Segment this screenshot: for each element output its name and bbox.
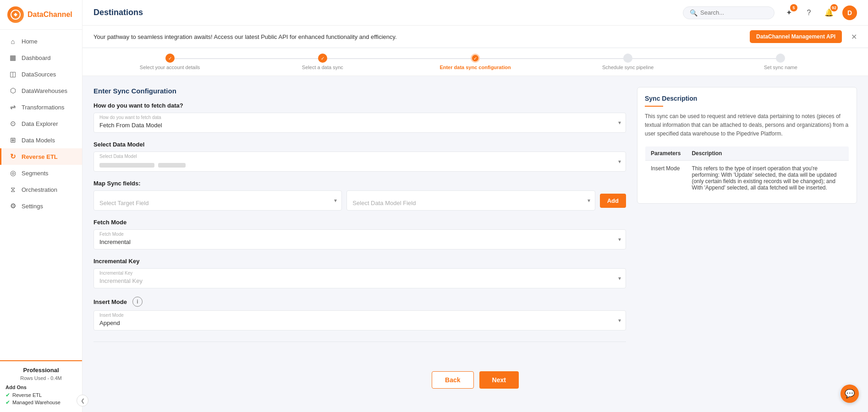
steps-bar: ✓ Select your account details✓ Select a … — [82, 48, 868, 76]
section-divider — [93, 342, 626, 342]
dashboard-icon: ▦ — [9, 54, 17, 62]
chevron-down-icon: ▾ — [618, 317, 621, 324]
fetch-data-sublabel: How do you want to fetch data — [99, 115, 161, 120]
step-3: ✓ Enter data sync configuration — [399, 54, 551, 70]
chevron-down-icon: ▾ — [618, 158, 621, 165]
form-left: Enter Sync Configuration How do you want… — [93, 87, 626, 353]
target-field-select[interactable]: Select Target Field ▾ — [93, 190, 342, 211]
api-banner: Your pathway to seamless integration awa… — [82, 26, 868, 48]
fetch-mode-select[interactable]: Fetch Mode Incremental ▾ — [93, 229, 626, 249]
sync-desc-line — [645, 106, 663, 107]
sidebar-item-data_models[interactable]: ⊞ Data Models — [0, 132, 82, 148]
page-title: Destinations — [93, 8, 676, 17]
insert-mode-select[interactable]: Insert Mode Append ▾ — [93, 310, 626, 331]
insert-mode-field: Insert Mode i Insert Mode Append ▾ — [93, 297, 626, 331]
incremental-key-sublabel: Incremental Key — [99, 271, 132, 276]
info-icon[interactable]: i — [132, 297, 143, 307]
close-icon[interactable]: ✕ — [851, 33, 857, 41]
source-field-select[interactable]: Select Data Model Field ▾ — [346, 190, 595, 211]
sidebar: DataChannel ⌂ Home▦ Dashboard◫ DataSourc… — [0, 0, 82, 412]
step-5: Set sync name — [704, 54, 857, 70]
topbar: Destinations 🔍 ✦ 5 ? 🔔 92 D — [82, 0, 868, 26]
addon-reverse-etl: ✔ Reverse ETL — [5, 392, 77, 398]
diamond-icon-button[interactable]: ✦ 5 — [782, 6, 796, 20]
fetch-mode-value: Incremental — [94, 230, 626, 249]
data_explorer-icon: ⊙ — [9, 119, 17, 128]
insert-mode-sublabel: Insert Mode — [99, 313, 124, 318]
addon-managed-warehouse: ✔ Managed Warehouse — [5, 399, 77, 406]
step-dot — [776, 54, 785, 63]
sidebar-item-label: Reverse ETL — [22, 153, 58, 160]
main-content: Destinations 🔍 ✦ 5 ? 🔔 92 D Your pathway… — [82, 0, 868, 412]
addon-label: Reverse ETL — [12, 392, 42, 398]
sidebar-item-datasources[interactable]: ◫ DataSources — [0, 66, 82, 82]
params-table: Parameters Description Insert Mode This … — [645, 146, 849, 196]
sidebar-item-segments[interactable]: ◎ Segments — [0, 165, 82, 181]
sidebar-item-label: Settings — [22, 203, 43, 210]
plan-title: Professional — [5, 367, 77, 374]
help-icon-button[interactable]: ? — [802, 6, 816, 20]
check-icon: ✔ — [5, 399, 10, 406]
datasources-icon: ◫ — [9, 70, 17, 78]
chevron-down-icon: ▾ — [334, 197, 337, 204]
step-dot: ✓ — [165, 54, 175, 63]
incremental-key-select[interactable]: Incremental Key Incremental Key ▾ — [93, 268, 626, 288]
target-field-value: Select Target Field — [94, 191, 341, 210]
search-icon: 🔍 — [690, 9, 698, 16]
sidebar-item-dashboard[interactable]: ▦ Dashboard — [0, 49, 82, 66]
incremental-key-value: Incremental Key — [94, 269, 626, 288]
data-model-select[interactable]: Select Data Model ▾ — [93, 152, 626, 172]
search-box[interactable]: 🔍 — [683, 6, 775, 19]
fetch-data-field: How do you want to fetch data? How do yo… — [93, 102, 626, 133]
sidebar-item-datawarehouses[interactable]: ⬡ DataWarehouses — [0, 82, 82, 99]
diamond-badge: 5 — [790, 4, 797, 11]
data-model-field: Select Data Model Select Data Model ▾ — [93, 141, 626, 172]
sidebar-item-transformations[interactable]: ⇌ Transformations — [0, 99, 82, 115]
sidebar-item-orchestration[interactable]: ⧖ Orchestration — [0, 181, 82, 198]
bell-badge: 92 — [830, 4, 838, 11]
orchestration-icon: ⧖ — [9, 185, 17, 194]
table-row: Insert Mode This refers to the type of i… — [645, 160, 849, 195]
sync-description-panel: Sync Description This sync can be used t… — [637, 87, 857, 353]
sidebar-item-data_explorer[interactable]: ⊙ Data Explorer — [0, 115, 82, 132]
fetch-mode-sublabel: Fetch Mode — [99, 232, 124, 237]
param-description: This refers to the type of insert operat… — [686, 160, 849, 195]
banner-text: Your pathway to seamless integration awa… — [93, 33, 397, 40]
api-button[interactable]: DataChannel Management API — [750, 30, 842, 43]
next-button[interactable]: Next — [479, 371, 519, 389]
data_models-icon: ⊞ — [9, 136, 17, 144]
sidebar-item-label: Home — [22, 38, 38, 45]
sidebar-item-reverse_etl[interactable]: ↻ Reverse ETL — [0, 148, 82, 165]
collapse-sidebar-button[interactable]: ❮ — [77, 395, 88, 407]
sidebar-item-home[interactable]: ⌂ Home — [0, 33, 82, 49]
bottom-actions: Back Next — [82, 364, 868, 396]
map-sync-row: Select Target Field ▾ Select Data Model … — [93, 190, 626, 211]
chevron-down-icon: ▾ — [588, 197, 590, 204]
add-field-button[interactable]: Add — [600, 194, 626, 208]
topbar-icons: ✦ 5 ? 🔔 92 D — [782, 5, 857, 20]
data-model-sublabel: Select Data Model — [99, 154, 137, 159]
data-model-value — [94, 152, 626, 171]
source-field-value: Select Data Model Field — [347, 191, 594, 210]
sidebar-plan: Professional Rows Used - 0.4M Add Ons ✔ … — [0, 360, 82, 412]
step-2: ✓ Select a data sync — [246, 54, 399, 70]
fetch-data-select[interactable]: How do you want to fetch data Fetch From… — [93, 113, 626, 133]
back-button[interactable]: Back — [432, 371, 473, 389]
user-avatar-button[interactable]: D — [842, 5, 857, 20]
sidebar-item-settings[interactable]: ⚙ Settings — [0, 198, 82, 214]
bell-icon-button[interactable]: 🔔 92 — [822, 6, 836, 20]
plan-rows: Rows Used - 0.4M — [5, 375, 77, 381]
sync-desc-text: This sync can be used to request and ret… — [645, 112, 849, 139]
step-1: ✓ Select your account details — [93, 54, 246, 70]
param-name: Insert Mode — [645, 160, 687, 195]
sync-desc-title: Sync Description — [645, 95, 849, 102]
chat-fab-button[interactable]: 💬 — [841, 385, 859, 403]
sidebar-item-label: Data Models — [22, 137, 55, 144]
sidebar-item-label: Orchestration — [22, 186, 57, 193]
search-input[interactable] — [700, 9, 764, 16]
segments-icon: ◎ — [9, 169, 17, 177]
chevron-down-icon: ▾ — [618, 236, 621, 243]
check-icon: ✔ — [5, 392, 10, 398]
chevron-down-icon: ▾ — [618, 119, 621, 126]
fetch-mode-field: Fetch Mode Fetch Mode Incremental ▾ — [93, 219, 626, 249]
